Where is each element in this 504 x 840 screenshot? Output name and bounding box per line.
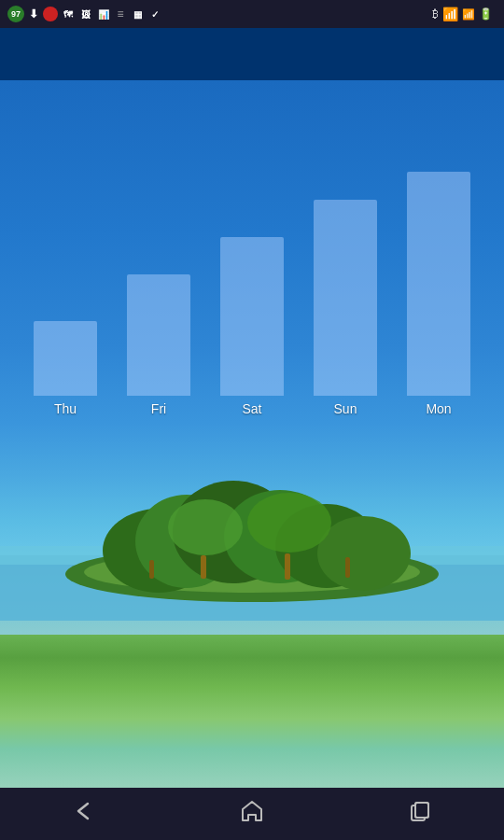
wifi-icon: 📶 xyxy=(442,7,458,21)
chart-day-thu: Thu xyxy=(34,321,97,416)
chart-bar-thu xyxy=(34,321,97,396)
chart-label-fri: Fri xyxy=(151,401,166,416)
app-header xyxy=(0,28,504,80)
chart-day-fri: Fri xyxy=(127,274,190,416)
battery-percent-icon: 97 xyxy=(7,6,24,22)
image-icon: 🖼 xyxy=(78,6,93,22)
app-icon-red xyxy=(43,7,58,21)
chart-label-sat: Sat xyxy=(242,401,261,416)
svg-rect-13 xyxy=(285,553,290,580)
chart-bar-sat xyxy=(220,237,284,396)
chart-label-thu: Thu xyxy=(54,401,77,416)
nav-bar xyxy=(0,788,504,840)
chart-day-mon: Mon xyxy=(407,172,470,416)
svg-rect-12 xyxy=(201,555,206,579)
home-nav-button[interactable] xyxy=(239,798,265,830)
map-icon: 🗺 xyxy=(61,6,76,22)
svg-rect-14 xyxy=(149,560,154,579)
chart-bar-mon xyxy=(407,172,470,396)
recent-nav-button[interactable] xyxy=(407,798,433,830)
chart-label-sun: Sun xyxy=(334,401,357,416)
back-nav-button[interactable] xyxy=(71,798,97,830)
status-icons-left: 97 ⬇ 🗺 🖼 📊 ≡ ▦ ✓ xyxy=(7,6,162,22)
svg-rect-17 xyxy=(415,803,428,818)
bluetooth-icon: ₿ xyxy=(432,7,439,21)
main-content: ThuFriSatSunMon xyxy=(0,80,504,840)
svg-rect-15 xyxy=(345,557,350,578)
battery-icon: 🔋 xyxy=(479,7,493,21)
chart-container: ThuFriSatSunMon xyxy=(19,192,485,444)
chart-label-mon: Mon xyxy=(426,401,451,416)
chart-icon: 📊 xyxy=(96,6,111,22)
status-bar: 97 ⬇ 🗺 🖼 📊 ≡ ▦ ✓ ₿ 📶 📶 🔋 xyxy=(0,0,504,28)
square-icon: ▦ xyxy=(130,6,145,22)
status-icons-right: ₿ 📶 📶 🔋 xyxy=(432,7,497,21)
chart-bar-sun xyxy=(314,200,377,396)
chart-area: ThuFriSatSunMon xyxy=(0,174,504,528)
chart-day-sat: Sat xyxy=(220,237,284,416)
signal-icon: 📶 xyxy=(462,8,475,21)
chart-bar-fri xyxy=(127,274,190,396)
download-icon: ⬇ xyxy=(27,6,40,22)
chart-day-sun: Sun xyxy=(314,200,377,416)
check-icon: ✓ xyxy=(147,6,162,22)
bars-icon: ≡ xyxy=(114,6,127,22)
